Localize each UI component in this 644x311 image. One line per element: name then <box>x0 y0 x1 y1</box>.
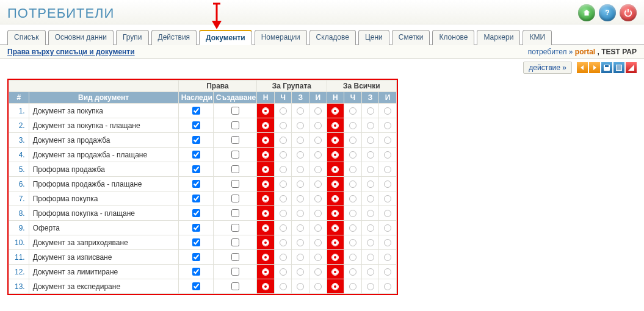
radio-cell[interactable] <box>309 221 327 235</box>
radio-cell[interactable] <box>292 235 309 250</box>
radio-cell[interactable] <box>361 265 379 279</box>
radio-cell[interactable] <box>327 235 344 250</box>
cancel-button[interactable] <box>626 62 637 73</box>
radio-cell[interactable] <box>344 162 362 177</box>
radio-cell[interactable] <box>344 206 362 221</box>
tab-7[interactable]: Цени <box>358 30 389 45</box>
create-checkbox[interactable] <box>231 136 239 144</box>
radio-cell[interactable] <box>379 235 397 250</box>
create-cell[interactable] <box>213 265 256 279</box>
tab-9[interactable]: Клонове <box>432 30 474 45</box>
inherit-cell[interactable] <box>178 279 213 294</box>
radio-cell[interactable] <box>379 279 397 294</box>
inherit-cell[interactable] <box>178 235 213 250</box>
inherit-cell[interactable] <box>178 133 213 148</box>
radio-cell[interactable] <box>344 148 362 162</box>
tab-6[interactable]: Складове <box>309 30 356 45</box>
radio-cell[interactable] <box>257 118 275 133</box>
radio-cell[interactable] <box>257 177 275 191</box>
inherit-cell[interactable] <box>178 265 213 279</box>
inherit-checkbox[interactable] <box>192 107 200 115</box>
radio-cell[interactable] <box>257 265 275 279</box>
inherit-cell[interactable] <box>178 162 213 177</box>
radio-cell[interactable] <box>327 177 344 191</box>
list-button[interactable] <box>613 62 624 73</box>
radio-cell[interactable] <box>344 104 362 118</box>
tab-0[interactable]: Списък <box>7 30 46 45</box>
radio-cell[interactable] <box>379 133 397 148</box>
tab-10[interactable]: Маркери <box>477 30 520 45</box>
prev-button[interactable] <box>577 62 588 73</box>
radio-cell[interactable] <box>292 221 309 235</box>
inherit-cell[interactable] <box>178 148 213 162</box>
radio-cell[interactable] <box>344 221 362 235</box>
create-cell[interactable] <box>213 162 256 177</box>
radio-cell[interactable] <box>361 206 379 221</box>
tab-2[interactable]: Групи <box>116 30 149 45</box>
radio-cell[interactable] <box>274 206 292 221</box>
next-button[interactable] <box>589 62 600 73</box>
inherit-checkbox[interactable] <box>192 224 200 232</box>
help-icon[interactable]: ? <box>599 4 616 21</box>
create-checkbox[interactable] <box>231 268 239 276</box>
radio-cell[interactable] <box>292 279 309 294</box>
radio-cell[interactable] <box>292 177 309 191</box>
radio-cell[interactable] <box>327 133 344 148</box>
radio-cell[interactable] <box>361 118 379 133</box>
radio-cell[interactable] <box>379 206 397 221</box>
inherit-cell[interactable] <box>178 118 213 133</box>
radio-cell[interactable] <box>327 104 344 118</box>
radio-cell[interactable] <box>274 104 292 118</box>
inherit-checkbox[interactable] <box>192 238 200 246</box>
radio-cell[interactable] <box>292 118 309 133</box>
radio-cell[interactable] <box>361 133 379 148</box>
radio-cell[interactable] <box>379 118 397 133</box>
inherit-checkbox[interactable] <box>192 195 200 202</box>
radio-cell[interactable] <box>292 104 309 118</box>
radio-cell[interactable] <box>361 177 379 191</box>
radio-cell[interactable] <box>257 162 275 177</box>
radio-cell[interactable] <box>309 191 327 206</box>
radio-cell[interactable] <box>257 250 275 265</box>
inherit-cell[interactable] <box>178 191 213 206</box>
home-icon[interactable] <box>578 4 595 21</box>
radio-cell[interactable] <box>309 177 327 191</box>
radio-cell[interactable] <box>274 221 292 235</box>
radio-cell[interactable] <box>309 206 327 221</box>
radio-cell[interactable] <box>309 148 327 162</box>
create-cell[interactable] <box>213 133 256 148</box>
create-cell[interactable] <box>213 118 256 133</box>
radio-cell[interactable] <box>292 265 309 279</box>
radio-cell[interactable] <box>292 191 309 206</box>
radio-cell[interactable] <box>257 148 275 162</box>
radio-cell[interactable] <box>327 279 344 294</box>
radio-cell[interactable] <box>379 162 397 177</box>
radio-cell[interactable] <box>344 191 362 206</box>
inherit-checkbox[interactable] <box>192 282 200 290</box>
radio-cell[interactable] <box>274 279 292 294</box>
radio-cell[interactable] <box>361 191 379 206</box>
create-cell[interactable] <box>213 279 256 294</box>
radio-cell[interactable] <box>344 118 362 133</box>
tab-3[interactable]: Действия <box>151 30 197 45</box>
create-checkbox[interactable] <box>231 121 239 129</box>
radio-cell[interactable] <box>292 206 309 221</box>
radio-cell[interactable] <box>327 148 344 162</box>
inherit-cell[interactable] <box>178 250 213 265</box>
radio-cell[interactable] <box>257 133 275 148</box>
create-checkbox[interactable] <box>231 195 239 202</box>
inherit-cell[interactable] <box>178 221 213 235</box>
inherit-cell[interactable] <box>178 206 213 221</box>
radio-cell[interactable] <box>327 221 344 235</box>
radio-cell[interactable] <box>257 206 275 221</box>
create-checkbox[interactable] <box>231 107 239 115</box>
radio-cell[interactable] <box>361 279 379 294</box>
radio-cell[interactable] <box>274 265 292 279</box>
radio-cell[interactable] <box>257 221 275 235</box>
create-checkbox[interactable] <box>231 253 239 261</box>
create-cell[interactable] <box>213 221 256 235</box>
radio-cell[interactable] <box>309 235 327 250</box>
radio-cell[interactable] <box>327 250 344 265</box>
tab-4[interactable]: Документи <box>199 30 252 45</box>
inherit-cell[interactable] <box>178 177 213 191</box>
